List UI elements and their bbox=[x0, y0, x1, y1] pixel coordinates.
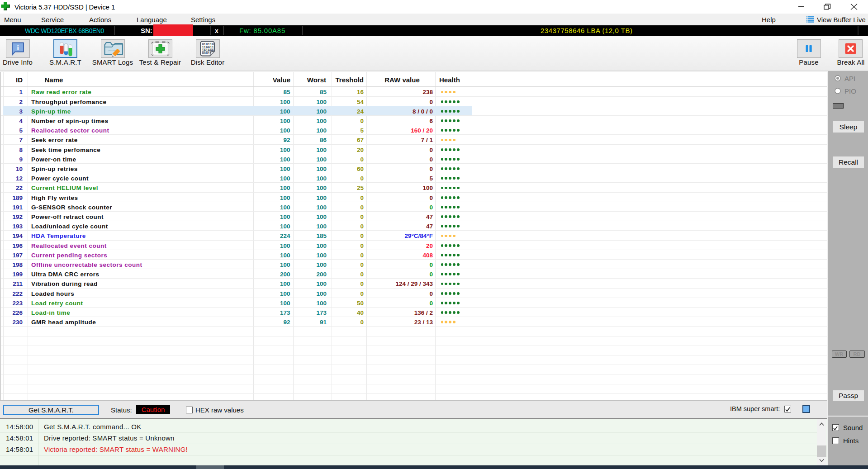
svg-text:0001: 0001 bbox=[202, 52, 210, 55]
svg-text:i: i bbox=[17, 43, 19, 52]
